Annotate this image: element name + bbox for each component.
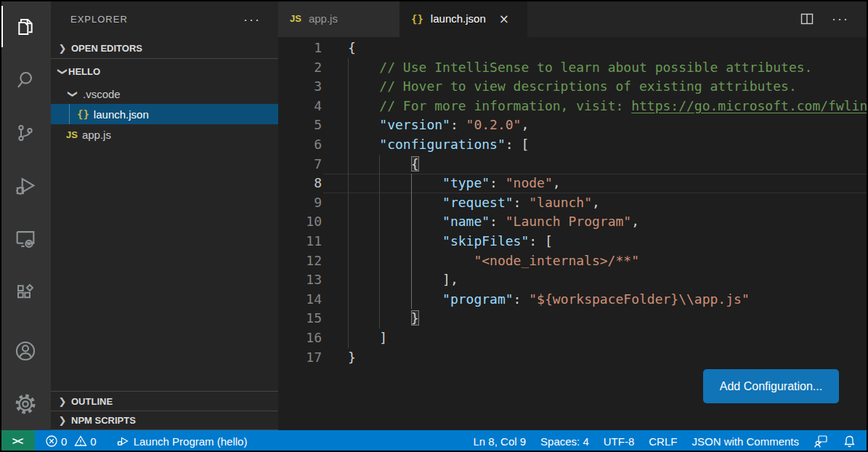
cursor-position-status[interactable]: Ln 8, Col 9 xyxy=(466,430,534,452)
section-label: NPM SCRIPTS xyxy=(71,415,136,426)
workspace-root-row[interactable]: ❯ HELLO xyxy=(51,59,278,84)
code-lines: 1{2 // Use IntelliSense to learn about p… xyxy=(278,37,868,367)
remote-explorer-icon[interactable] xyxy=(0,212,51,265)
line-number: 10 xyxy=(278,212,322,232)
code-line[interactable]: 11 "skipFiles": [ xyxy=(278,232,868,251)
code-line[interactable]: 5 "version": "0.2.0", xyxy=(278,116,868,135)
activity-bar xyxy=(0,0,51,430)
sidebar-title: EXPLORER xyxy=(70,14,128,25)
bell-icon xyxy=(843,435,856,448)
tab-app-js[interactable]: JS app.js xyxy=(278,0,399,37)
line-number: 4 xyxy=(278,97,322,116)
line-number: 13 xyxy=(278,270,322,290)
activity-bar-spacer xyxy=(0,318,51,324)
remote-indicator[interactable]: >< xyxy=(0,430,35,452)
notifications-status[interactable] xyxy=(835,430,864,452)
source-control-icon[interactable] xyxy=(0,106,51,159)
warning-icon xyxy=(74,435,87,448)
encoding-label: UTF-8 xyxy=(604,435,635,448)
code-line[interactable]: 10 "name": "Launch Program", xyxy=(278,212,868,232)
code-line[interactable]: 2 // Use IntelliSense to learn about pos… xyxy=(278,58,868,78)
tree-item-launch-json[interactable]: {} launch.json xyxy=(51,104,278,124)
folder-name: .vscode xyxy=(83,88,121,100)
debug-launch-status[interactable]: Launch Program (hello) xyxy=(108,430,255,452)
code-line[interactable]: 3 // Hover to view descriptions of exist… xyxy=(278,77,868,97)
line-content: "version": "0.2.0", xyxy=(348,116,529,135)
section-workspace: ❯ HELLO ❯ .vscode {} launch.json JS app.… xyxy=(51,58,278,391)
error-count: 0 xyxy=(61,435,67,448)
line-content: // For more information, visit: https://… xyxy=(348,97,868,116)
add-configuration-button[interactable]: Add Configuration... xyxy=(703,369,839,403)
line-content: } xyxy=(348,348,356,368)
code-line[interactable]: 16 ] xyxy=(278,328,868,348)
cursor-position-label: Ln 8, Col 9 xyxy=(474,435,527,448)
chevron-down-icon: ❯ xyxy=(57,65,68,77)
language-mode-label: JSON with Comments xyxy=(691,435,799,448)
tab-launch-json[interactable]: {} launch.json × xyxy=(399,0,527,37)
sidebar-header: EXPLORER ··· xyxy=(51,0,278,39)
code-line[interactable]: 12 "<node_internals>/**" xyxy=(278,251,868,271)
tab-label: launch.json xyxy=(431,12,486,25)
line-content: "configurations": [ xyxy=(348,135,529,155)
section-npm-scripts[interactable]: ❯ NPM SCRIPTS xyxy=(51,411,278,430)
close-icon[interactable]: × xyxy=(499,12,509,26)
indentation-status[interactable]: Spaces: 4 xyxy=(533,430,596,452)
split-editor-icon[interactable] xyxy=(800,12,814,26)
tab-label: app.js xyxy=(309,12,338,25)
js-file-icon: JS xyxy=(66,129,78,140)
line-number: 17 xyxy=(278,348,322,368)
code-line[interactable]: 15 } xyxy=(278,309,868,328)
tree-item-vscode-folder[interactable]: ❯ .vscode xyxy=(51,84,278,104)
code-line[interactable]: 1{ xyxy=(278,39,868,58)
line-number: 15 xyxy=(278,309,322,328)
section-label: OUTLINE xyxy=(71,396,113,407)
settings-gear-icon[interactable] xyxy=(0,377,51,430)
code-line[interactable]: 8 "type": "node", xyxy=(278,174,868,193)
code-line[interactable]: 13 ], xyxy=(278,270,868,290)
code-line[interactable]: 7 { xyxy=(278,155,868,174)
language-mode-status[interactable]: JSON with Comments xyxy=(684,430,806,452)
file-name: launch.json xyxy=(94,108,149,121)
line-number: 3 xyxy=(278,77,322,97)
line-number: 2 xyxy=(278,58,322,78)
search-icon[interactable] xyxy=(0,53,51,106)
file-name: app.js xyxy=(82,129,111,141)
error-icon xyxy=(45,435,58,448)
explorer-icon[interactable] xyxy=(0,0,51,53)
status-left: 0 0 Launch Program (hello) xyxy=(38,430,254,452)
accounts-icon[interactable] xyxy=(0,324,51,377)
debug-start-icon xyxy=(115,434,130,448)
warning-count: 0 xyxy=(90,435,96,448)
indentation-label: Spaces: 4 xyxy=(540,435,589,448)
more-actions-icon[interactable]: ··· xyxy=(832,16,849,22)
section-open-editors[interactable]: ❯ OPEN EDITORS xyxy=(51,39,278,58)
line-number: 6 xyxy=(278,135,322,155)
problems-status[interactable]: 0 0 xyxy=(38,430,108,452)
line-content: "type": "node", xyxy=(348,174,561,193)
line-number: 9 xyxy=(278,193,322,213)
run-and-debug-icon[interactable] xyxy=(0,159,51,212)
line-content: // Use IntelliSense to learn about possi… xyxy=(348,58,812,78)
line-content: // Hover to view descriptions of existin… xyxy=(348,77,797,97)
line-number: 12 xyxy=(278,251,322,271)
encoding-status[interactable]: UTF-8 xyxy=(596,430,642,452)
code-line[interactable]: 9 "request": "launch", xyxy=(278,193,868,213)
code-editor[interactable]: 1{2 // Use IntelliSense to learn about p… xyxy=(278,37,868,430)
eol-status[interactable]: CRLF xyxy=(641,430,684,452)
line-content: { xyxy=(348,155,419,174)
code-line[interactable]: 17} xyxy=(278,348,868,368)
code-line[interactable]: 4 // For more information, visit: https:… xyxy=(278,97,868,116)
sidebar-more-actions-icon[interactable]: ··· xyxy=(243,17,261,23)
tree-item-app-js[interactable]: JS app.js xyxy=(51,124,278,145)
line-content: { xyxy=(348,39,356,58)
section-outline[interactable]: ❯ OUTLINE xyxy=(51,391,278,411)
chevron-right-icon: ❯ xyxy=(57,396,68,407)
code-line[interactable]: 14 "program": "${workspaceFolder}\\app.j… xyxy=(278,290,868,310)
feedback-status[interactable] xyxy=(806,430,835,452)
status-right: Ln 8, Col 9 Spaces: 4 UTF-8 CRLF JSON wi… xyxy=(466,430,868,452)
feedback-icon xyxy=(814,434,828,448)
extensions-icon[interactable] xyxy=(0,265,51,318)
editor-group: JS app.js {} launch.json × ··· 1{2 // Us… xyxy=(278,0,868,430)
line-content: "<node_internals>/**" xyxy=(348,251,639,271)
code-line[interactable]: 6 "configurations": [ xyxy=(278,135,868,155)
